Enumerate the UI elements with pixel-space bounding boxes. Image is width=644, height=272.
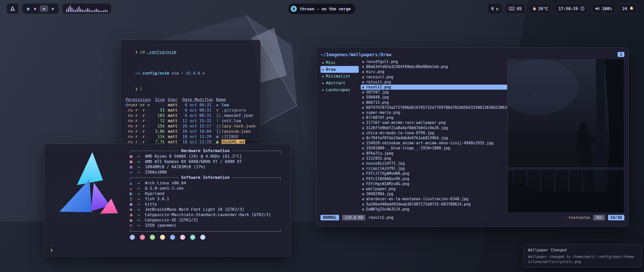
- file-row[interactable]: ▣87r687df.png: [361, 115, 507, 120]
- workspace-ghost-icon[interactable]: ●: [26, 6, 30, 12]
- workspace-music-icon[interactable]: ◆: [33, 6, 37, 12]
- prompt-status-line: ~/.config/nvimvia☽v5.4.6✔: [126, 65, 255, 81]
- palette-dot: [160, 235, 165, 240]
- file-row[interactable]: ▣nnvuv0xj2df71.jpg: [361, 161, 507, 166]
- user-cell: matt: [168, 123, 179, 129]
- date-cell: 6 oct 00:31: [182, 102, 213, 108]
- audio-visualizer[interactable]: [62, 3, 111, 14]
- file-row[interactable]: ▣3122955.png: [361, 156, 507, 161]
- name-cell: ▰lua: [216, 102, 255, 108]
- file-row[interactable]: ▣587597.jpg: [361, 90, 507, 95]
- directory-row[interactable]: ▰Minimalist: [320, 73, 359, 80]
- visualizer-bar: [94, 10, 95, 12]
- file-row[interactable]: ▣68747470733a2f2f696d616765732d7769786d7…: [361, 105, 507, 110]
- file-name: atardecer-en-la-montanas-ilustracion-634…: [366, 196, 468, 201]
- size-cell: -: [154, 102, 165, 108]
- file-name: FXfcII0X0AQyn9X.png: [366, 176, 409, 181]
- file-name: EeNKYgIUcAAJ5JX.png: [366, 207, 409, 212]
- workspace-files-icon[interactable]: ▰: [40, 5, 48, 12]
- permissions-cell: .rw-r--r--: [126, 134, 151, 139]
- folder-icon: ▰: [322, 73, 324, 80]
- shell-prompt-char: ❯: [50, 248, 285, 253]
- file-name: super-mario.png: [366, 110, 400, 115]
- file-row[interactable]: ▣FXfcII0X0AQyn9X.png: [361, 176, 507, 181]
- image-icon: ▣: [362, 69, 364, 74]
- software-rows: ◭→Arch Linux x86_64◬→6.5.8-zen1-1-zen◧→H…: [130, 180, 281, 228]
- file-row[interactable]: ▣atardecer-en-la-montanas-ilustracion-63…: [361, 196, 507, 201]
- updates-module[interactable]: 0 ↻: [488, 3, 502, 14]
- column-header: Name: [216, 97, 255, 102]
- file-row[interactable]: ▣3126f7e9bbf21a8a4af0b67b041c6e26.jpg: [361, 125, 507, 130]
- info-row: ◧→Hyprland: [130, 191, 281, 196]
- file-row[interactable]: ▣chica-mirando-la-luna-8799.jpg: [361, 130, 507, 135]
- file-row[interactable]: ▣596848.jpg: [361, 95, 507, 100]
- file-row[interactable]: ▣217167-sad-anime-rain-wallpaper.png: [361, 120, 507, 125]
- icons-icon: ◒: [130, 217, 137, 223]
- file-row[interactable]: ▣re1sult.png: [361, 80, 507, 85]
- file-row[interactable]: ▣ressdfgult.png: [361, 59, 507, 64]
- file-name: lazyvim.json: [222, 129, 251, 134]
- file-name: lazy-lock.json: [222, 124, 255, 128]
- file-row[interactable]: ▣kurz.png: [361, 69, 507, 74]
- theme-icon: ◑: [130, 212, 137, 217]
- listing-row: .rw-r--r--3,0kmatt26 oct 10:04{}lazyvim.…: [126, 129, 255, 134]
- notification-popup[interactable]: Wallpaper Changed Wallpaper changed to /…: [523, 245, 641, 267]
- file-row[interactable]: ▣rsjqojlmjhf91.jpg: [361, 166, 507, 171]
- permissions-cell: .rw-r--r--: [126, 118, 151, 123]
- file-row[interactable]: ▣EeNKYgIUcAAJ5JX.png: [361, 207, 507, 212]
- file-row[interactable]: ▣154928-odinokoe_anime-art-anime-okno-si…: [361, 141, 507, 146]
- column-header: User: [168, 97, 179, 102]
- image-icon: ▣: [362, 115, 364, 120]
- file-row[interactable]: ▣FXfcJlTXgAMvH6R.png: [361, 171, 507, 176]
- file-name: .gitignore: [222, 108, 246, 113]
- speaker-icon: [595, 7, 600, 11]
- directory-row[interactable]: ▰Abstract: [320, 80, 359, 86]
- status-filename: result2.png: [368, 215, 393, 220]
- file-row[interactable]: ▣FXfcHgcWIAMzs0G.png: [361, 181, 507, 186]
- size-cell: 11k: [154, 134, 165, 139]
- notification-body: Wallpaper changed to /home/matt/.config/…: [528, 254, 637, 264]
- breadcrumb-path: ~/Imagenes/Wallpapers/Draw: [320, 52, 391, 57]
- file-row[interactable]: ▣resssult.png: [361, 75, 507, 80]
- json-icon: {}: [216, 123, 222, 129]
- directory-row[interactable]: ▰Landscapes: [320, 86, 359, 93]
- name-cell: ▤LICENSE: [216, 134, 255, 139]
- fetch-terminal-window[interactable]: Hardware Information ▦→AMD Ryzen 9 5900X…: [44, 144, 291, 256]
- media-player-widget[interactable]: thrown - on the verge: [288, 3, 356, 14]
- file-row[interactable]: ▣8FKa7Cu.jpeg: [361, 151, 507, 156]
- file-row[interactable]: ▣866715.png: [361, 100, 507, 105]
- directory-row[interactable]: ▰Draw: [320, 66, 359, 73]
- directory-row[interactable]: ▰Misc: [320, 59, 359, 66]
- temperature-module[interactable]: 26°C: [529, 3, 552, 14]
- launcher-button[interactable]: [7, 3, 19, 14]
- file-row[interactable]: ▣5a266e448add93deab367d87173e9f25-683788…: [361, 202, 507, 207]
- visualizer-bar: [100, 11, 101, 12]
- arrow-icon: →: [137, 212, 145, 217]
- workspace-paint-icon[interactable]: ◈: [51, 6, 55, 12]
- image-icon: ▣: [362, 59, 364, 64]
- file-row[interactable]: ▣super-mario.png: [361, 110, 507, 115]
- file-row[interactable]: ▣0c794faf07de24a4db4d4fb1eb813964.jpg: [361, 135, 507, 141]
- file-manager-window[interactable]: ~/Imagenes/Wallpapers/Draw 1 ▰Misc▰Draw▰…: [316, 47, 629, 227]
- media-title: thrown - on the verge: [300, 7, 351, 11]
- volume-module[interactable]: 100%: [591, 3, 616, 14]
- file-name: 8FKa7Cu.jpeg: [366, 151, 393, 156]
- position-badge: 14/38: [608, 215, 624, 220]
- preview-image: [508, 59, 624, 212]
- command-text: l: [140, 87, 142, 91]
- file-name: 866715.png: [366, 100, 389, 105]
- file-row[interactable]: ▣wallpaper.png: [361, 186, 507, 191]
- file-row[interactable]: ▣result2.png: [361, 85, 507, 90]
- file-row[interactable]: ▣20492984.jpg: [361, 191, 507, 196]
- keyboard-module[interactable]: US: [505, 3, 525, 14]
- notifications-module[interactable]: 24: [619, 3, 637, 14]
- info-row: ◊→fish 3.6.1: [130, 196, 281, 201]
- info-row: ◒→Catppuccin-SE [GTK2/3]: [130, 217, 281, 223]
- image-icon: ▣: [362, 166, 364, 171]
- clock-module[interactable]: 17:50:29: [555, 3, 588, 14]
- tab-badge[interactable]: 1: [618, 52, 624, 57]
- file-row[interactable]: ▣19201080-__blue-tinge__-1920×1080.jpg: [361, 146, 507, 151]
- file-row[interactable]: ▣08a634fa02a32364f69ebc86a98eb1eb.png: [361, 64, 507, 69]
- flame-icon: [532, 6, 536, 11]
- terminal-window[interactable]: ❯cd.config/nvim ~/.config/nvimvia☽v5.4.6…: [120, 40, 261, 140]
